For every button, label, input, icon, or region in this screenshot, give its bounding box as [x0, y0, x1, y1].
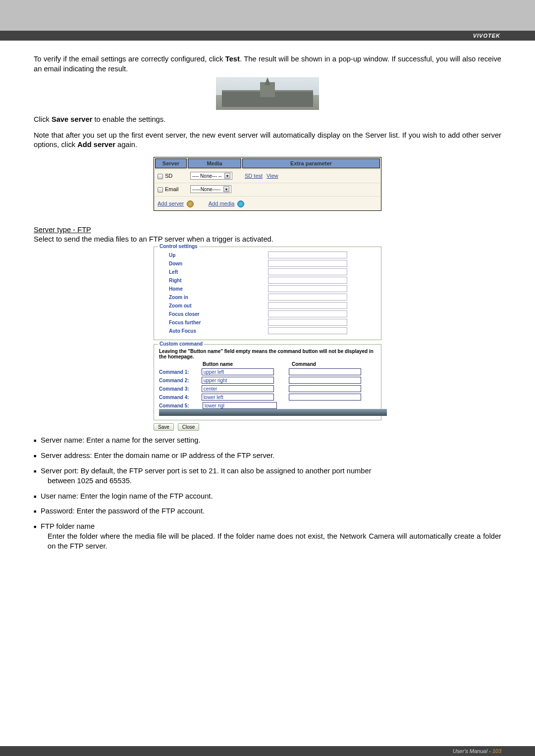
button-name-input[interactable] [202, 385, 274, 392]
control-setting-row: Home [159, 285, 376, 292]
row-name: SD [165, 173, 172, 179]
settings-wrap: Control settings UpDownLeftRightHomeZoom… [34, 247, 501, 431]
truncated-image-strip [159, 409, 387, 416]
server-table: Server Media Extra parameter SD ---- Non… [154, 157, 381, 211]
control-setting-input[interactable] [268, 260, 347, 267]
control-setting-label: Auto Focus [159, 328, 268, 334]
add-server-icon[interactable] [187, 201, 194, 207]
table-row: Email -----None-----▾ [155, 183, 380, 195]
sd-test-link[interactable]: SD test [245, 173, 263, 179]
button-name-input[interactable] [202, 368, 274, 375]
control-setting-row: Focus closer [159, 310, 376, 317]
button-name-input[interactable] [203, 402, 277, 409]
col-extra: Extra parameter [242, 158, 380, 168]
paragraph-1: To verify if the email settings are corr… [34, 54, 501, 74]
custom-command-legend: Custom command [158, 341, 204, 347]
control-setting-input[interactable] [268, 294, 347, 301]
server-table-head: Server Media Extra parameter [155, 158, 380, 168]
chevron-down-icon: ▾ [223, 186, 229, 192]
brand-bar: VIVOTEK [0, 31, 535, 41]
control-setting-row: Up [159, 252, 376, 258]
control-setting-input[interactable] [268, 327, 347, 334]
command-input[interactable] [289, 385, 361, 392]
control-setting-label: Focus closer [159, 311, 268, 317]
control-setting-row: Auto Focus [159, 327, 376, 334]
control-settings-fieldset: Control settings UpDownLeftRightHomeZoom… [154, 247, 381, 340]
custom-command-row: Command 5: [159, 402, 376, 409]
table-row-addlinks: Add server Add media [155, 196, 380, 209]
control-setting-row: Down [159, 260, 376, 267]
close-button[interactable]: Close [178, 423, 200, 431]
control-setting-row: Zoom out [159, 302, 376, 309]
custom-command-row: Command 4: [159, 394, 376, 401]
control-setting-label: Zoom out [159, 303, 268, 308]
custom-command-fieldset: Custom command Leaving the "Button name"… [154, 344, 381, 420]
control-setting-input[interactable] [268, 310, 347, 317]
custom-command-header: Button name Command [159, 361, 376, 367]
brand-label: VIVOTEK [473, 33, 500, 39]
button-name-input[interactable] [202, 394, 274, 401]
ftp-heading: Server type - FTP [34, 226, 501, 234]
list-item: Server name: Enter a name for the server… [34, 436, 501, 446]
add-server-link[interactable]: Add server [158, 201, 184, 206]
view-link[interactable]: View [267, 173, 278, 179]
button-name-input[interactable] [202, 377, 274, 384]
control-setting-input[interactable] [268, 252, 347, 258]
sample-photo [34, 77, 501, 110]
control-setting-label: Right [159, 278, 268, 283]
ftp-intro: Select to send the media files to an FTP… [34, 235, 501, 245]
paragraph-3: Note that after you set up the first eve… [34, 131, 501, 151]
sample-photo-image [216, 77, 319, 110]
control-setting-row: Right [159, 277, 376, 284]
command-input[interactable] [289, 368, 361, 375]
table-row: SD ---- None--- --▾ SD testView [155, 169, 380, 182]
custom-command-row: Command 2: [159, 377, 376, 384]
custom-command-row: Command 1: [159, 368, 376, 375]
control-setting-input[interactable] [268, 302, 347, 309]
control-setting-input[interactable] [268, 319, 347, 326]
command-input[interactable] [289, 394, 361, 401]
list-item: Password: Enter the password of the FTP … [34, 506, 501, 516]
control-setting-label: Left [159, 269, 268, 275]
control-setting-label: Focus further [159, 320, 268, 325]
command-label: Command 2: [159, 378, 202, 383]
content-area: To verify if the email settings are corr… [0, 41, 535, 552]
control-setting-label: Down [159, 261, 268, 266]
media-select-sd[interactable]: ---- None--- --▾ [190, 172, 232, 180]
footer-bar: User's Manual - 103 [0, 746, 535, 756]
list-item: Server address: Enter the domain name or… [34, 451, 501, 461]
control-setting-input[interactable] [268, 268, 347, 275]
control-setting-input[interactable] [268, 285, 347, 292]
checkbox-sd[interactable] [158, 174, 163, 179]
control-setting-label: Home [159, 286, 268, 292]
media-select-email[interactable]: -----None-----▾ [190, 185, 231, 193]
paragraph-2: Click Save server to enable the settings… [34, 115, 501, 125]
control-setting-label: Zoom in [159, 295, 268, 300]
row-name: Email [165, 186, 179, 192]
list-item: FTP folder nameEnter the folder where th… [34, 522, 501, 552]
command-label: Command 3: [159, 386, 202, 392]
page: VIVOTEK To verify if the email settings … [0, 0, 535, 756]
control-setting-row: Zoom in [159, 294, 376, 301]
server-table-wrap: Server Media Extra parameter SD ---- Non… [34, 157, 501, 211]
command-input[interactable] [289, 377, 361, 384]
footer-label: User's Manual - 103 [453, 748, 501, 754]
chevron-down-icon: ▾ [224, 173, 230, 179]
control-setting-input[interactable] [268, 277, 347, 284]
control-settings-legend: Control settings [158, 244, 199, 249]
command-label: Command 5: [159, 403, 203, 408]
list-item: Server port: By default, the FTP server … [34, 466, 501, 486]
add-media-link[interactable]: Add media [209, 201, 235, 206]
add-media-icon[interactable] [237, 201, 244, 207]
control-setting-row: Left [159, 268, 376, 275]
dialog-button-row: Save Close [154, 423, 381, 431]
save-button[interactable]: Save [154, 423, 174, 431]
custom-command-row: Command 3: [159, 385, 376, 392]
spire-shape [265, 77, 270, 85]
command-label: Command 4: [159, 395, 202, 400]
col-media: Media [188, 158, 241, 168]
checkbox-email[interactable] [158, 187, 163, 193]
command-label: Command 1: [159, 369, 202, 375]
custom-command-note: Leaving the "Button name" field empty me… [159, 349, 376, 359]
top-margin [0, 0, 535, 31]
